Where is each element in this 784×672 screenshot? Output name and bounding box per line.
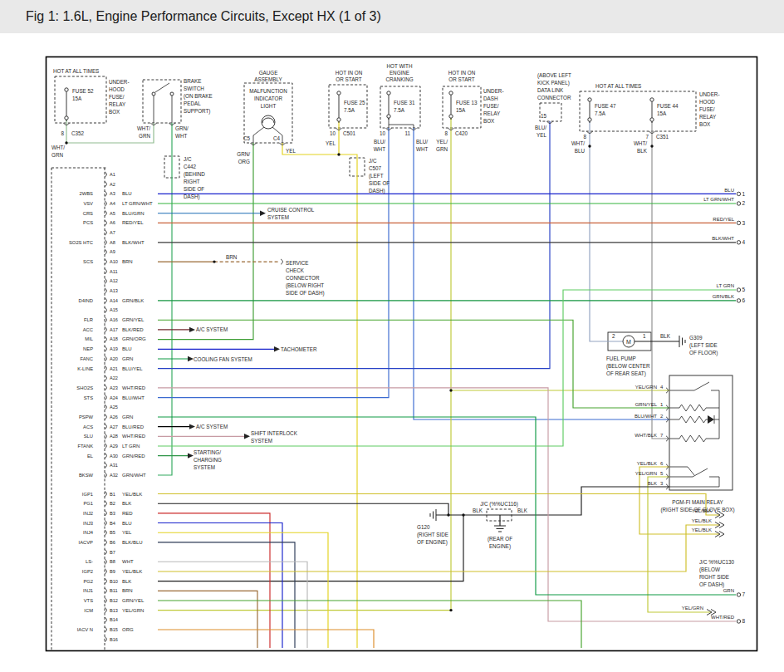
edge-terminal-1: [737, 192, 740, 195]
label-wht: WHT: [175, 133, 187, 139]
label-c420: C420: [455, 130, 468, 136]
label-8: 8: [583, 134, 586, 140]
label-hot-at-all-times: HOT AT ALL TIMES: [53, 68, 99, 74]
edge-terminal-7: [737, 593, 740, 596]
ecm-wirecolor-A18: GRN/ORG: [122, 336, 146, 341]
label-of-rear-seat: OF REAR SEAT): [606, 370, 646, 377]
ecm-pin-A12: A12: [110, 278, 118, 283]
label-c442: C442: [184, 164, 197, 169]
label-light: LIGHT: [261, 103, 277, 109]
ecm-pin-A4: A4: [110, 201, 115, 206]
label-15: 15: [541, 113, 547, 119]
ecm-pin-A11: A11: [110, 269, 118, 274]
ecm-terminal-SHO2S: SHO2S: [76, 385, 93, 390]
edge-terminal-6: [737, 299, 740, 302]
ecm-terminal-STS: STS: [84, 395, 93, 400]
label-fuse-52: FUSE 52: [72, 88, 94, 94]
label-wht: WHT: [416, 146, 428, 152]
ecm-pin-A3: A3: [110, 191, 115, 196]
ecm-pin-A15: A15: [110, 307, 118, 312]
label-j-c-uc130: J/C %%UC130: [699, 559, 734, 565]
ecm-terminal-SLU: SLU: [84, 434, 93, 439]
ecm-pin-B7: B7: [110, 550, 115, 555]
label-g309: G309: [689, 335, 703, 341]
edge-wire-label-7: GRN: [723, 588, 734, 593]
ecm-terminal-INJ4: INJ4: [83, 530, 94, 535]
label-side-of-dash: SIDE OF DASH): [286, 290, 325, 297]
label-fuse-13: FUSE 13: [456, 100, 478, 105]
edge-terminal-number-7: 7: [742, 591, 746, 597]
label-blk: BLK: [660, 333, 671, 339]
ecm-wirecolor-A8: BLK/WHT: [122, 240, 145, 245]
ecm-wirecolor-A14: GRN/BLK: [122, 298, 144, 303]
ecm-terminal-FTANK: FTANK: [77, 444, 93, 449]
ecm-wirecolor-A5: BLU/GRN: [122, 211, 145, 216]
ecm-wirecolor-B5: YEL: [122, 530, 132, 535]
label-shift-interlock: SHIFT INTERLOCK: [251, 430, 298, 436]
label-15a: 15A: [657, 110, 667, 116]
label-indicator: INDICATOR: [254, 96, 283, 101]
ecm-terminal-VTS: VTS: [84, 598, 93, 603]
label-15a: 15A: [456, 107, 466, 113]
label-under: UNDER-: [109, 79, 130, 85]
label-on-brake: (ON BRAKE: [184, 93, 213, 100]
ecm-wirecolor-B6: BLK/BLU: [122, 540, 143, 545]
ecm-wirecolor-A29: LT GRN: [122, 444, 140, 449]
ecm-wirecolor-B13: YEL/GRN: [122, 608, 144, 613]
label-side-of: SIDE OF: [184, 186, 204, 192]
ecm-terminal-EL: EL: [87, 454, 94, 459]
label-yel: YEL: [537, 132, 546, 138]
label-grn: GRN: [51, 152, 63, 158]
ecm-pin-A20: A20: [110, 356, 118, 361]
label-of-engine: OF ENGINE): [417, 539, 448, 546]
ecm-wirecolor-A27: BLU/RED: [122, 424, 145, 429]
label-connector: CONNECTOR: [537, 95, 571, 101]
label-relay: RELAY: [483, 110, 501, 116]
ecm-terminal-IACVP: IACVP: [79, 540, 94, 545]
label-a-c-system: A/C SYSTEM: [196, 424, 228, 429]
label-service: SERVICE: [286, 260, 309, 266]
label-system: SYSTEM: [267, 214, 289, 220]
label-7: 7: [645, 134, 649, 140]
label-a-c-system: A/C SYSTEM: [196, 326, 228, 332]
ecm-pin-A16: A16: [110, 317, 118, 322]
label-cranking: CRANKING: [385, 76, 413, 82]
ecm-pin-A8: A8: [110, 240, 115, 245]
label-hood: HOOD: [109, 86, 125, 92]
label-wht: WHT: [374, 146, 385, 152]
label-behind: (BEHIND: [184, 171, 205, 178]
label-10: 10: [380, 130, 386, 136]
relay-pin-wire-6: YEL/BLK: [637, 461, 657, 466]
label-hot-with: HOT WITH: [386, 63, 412, 69]
ecm-terminal-INJ3: INJ3: [83, 521, 93, 526]
label-blu: BLU/: [374, 139, 385, 145]
ecm-wirecolor-A28: WHT/RED: [122, 434, 146, 439]
relay-pin-wire-5: YEL/GRN: [635, 471, 657, 476]
edge-wire-label-8: WHT/RED: [711, 615, 735, 620]
ecm-pin-B16: B16: [110, 637, 118, 642]
label-blk: BLK: [637, 148, 648, 154]
relay-pin-wire-4: YEL/GRN: [635, 385, 657, 390]
edge-wire-label-1: BLU: [724, 188, 734, 193]
ecm-terminal-ACS: ACS: [83, 424, 93, 429]
ecm-pin-B15: B15: [110, 627, 118, 632]
label-relay: RELAY: [699, 114, 717, 120]
edge-wire-label-arrow-7: YEL/BLK: [692, 518, 712, 523]
ecm-pin-B1: B1: [110, 492, 115, 497]
label-malfunction: MALFUNCTION: [249, 88, 287, 94]
edge-terminal-number-6: 6: [742, 297, 746, 303]
ecm-pin-A31: A31: [110, 463, 118, 468]
ecm-terminal-IGP1: IGP1: [82, 492, 93, 497]
label-box: BOX: [109, 109, 120, 115]
ecm-terminal-FLR: FLR: [84, 317, 93, 322]
label-fuse-31: FUSE 31: [394, 100, 415, 105]
label-check: CHECK: [286, 267, 305, 273]
ecm-pin-B5: B5: [110, 530, 115, 535]
label-tachometer: TACHOMETER: [281, 346, 317, 352]
label-c352: C352: [71, 130, 85, 136]
label-hot-in-on: HOT IN ON: [448, 70, 476, 76]
label-assembly: ASSEMBLY: [254, 76, 282, 82]
label-fuse: FUSE/: [699, 106, 715, 112]
ecm-terminal-INJ1: INJ1: [83, 588, 93, 593]
label-2: 2: [612, 333, 615, 339]
